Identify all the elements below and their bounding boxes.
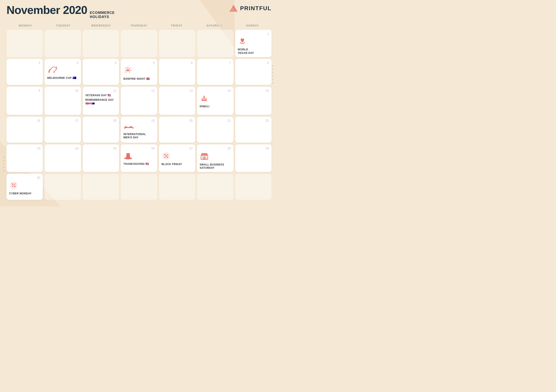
mustache-icon (123, 123, 154, 132)
svg-point-25 (164, 154, 165, 155)
svg-point-38 (14, 186, 16, 187)
logo-text: PRINTFUL (240, 5, 271, 12)
cell-nov9: 9 (7, 87, 43, 115)
cell-nov19: 19 INTERNATIONAL MEN'S DAY (121, 117, 157, 143)
week-row-1: 1 WORLDVEGAN DAY (7, 30, 271, 57)
cell-nov26: 26 (121, 144, 157, 172)
svg-rect-21 (126, 154, 130, 158)
week-row-5: 23 24 25 26 (7, 144, 271, 172)
page-title: November 2020 (7, 4, 87, 16)
day-sunday: SUNDAY (234, 23, 271, 28)
day-monday: MONDAY (7, 23, 44, 28)
day-wednesday: WEDNESDAY (82, 23, 120, 28)
svg-line-31 (206, 153, 206, 155)
cell-nov1: 1 WORLDVEGAN DAY (235, 30, 271, 57)
cell-nov13: 13 (159, 87, 195, 115)
cell-nov2: 2 (7, 59, 43, 85)
page-wrapper: November 2020 ECOMMERCE HOLIDAYS PRINTFU… (0, 0, 278, 206)
day-headers: MONDAY TUESDAY WEDNESDAY THURSDAY FRIDAY… (7, 23, 271, 28)
svg-rect-34 (203, 157, 205, 160)
svg-point-16 (125, 72, 125, 72)
pilgrim-hat-icon (123, 151, 154, 161)
horse-icon (47, 66, 78, 75)
cell-nov28: 28 (197, 144, 233, 172)
logo-icon (229, 4, 238, 12)
svg-point-11 (127, 70, 129, 71)
cell-empty (159, 174, 195, 200)
cell-empty (7, 30, 43, 57)
svg-rect-23 (127, 156, 129, 157)
svg-rect-35 (201, 156, 203, 157)
cell-empty (159, 30, 195, 57)
subtitle: ECOMMERCE HOLIDAYS (90, 11, 115, 19)
fireworks-icon (123, 66, 154, 76)
vegan-icon (238, 37, 269, 47)
cell-nov27: 27 BLACK FRIDAY (159, 144, 195, 172)
cell-nov4: 4 (83, 59, 119, 85)
store-icon (200, 151, 231, 162)
svg-rect-24 (126, 153, 130, 154)
cell-nov5: 5 (121, 59, 157, 85)
cell-nov25: 25 (83, 144, 119, 172)
cell-nov14: 14 (197, 87, 233, 115)
svg-rect-36 (206, 156, 208, 157)
svg-point-3 (56, 67, 57, 68)
calendar-rows: 1 WORLDVEGAN DAY (7, 30, 271, 200)
cell-nov6: 6 (159, 59, 195, 85)
week-row-3: 9 10 11 VETERANS DAY 🇺🇸 REMEMBRANCE DAY … (7, 87, 271, 115)
svg-point-15 (125, 67, 126, 68)
cell-empty (235, 174, 271, 200)
day-saturday: SATURDAY (196, 23, 233, 28)
cell-empty (83, 30, 119, 57)
cell-nov10: 10 (45, 87, 81, 115)
percent-badge-icon (162, 151, 193, 162)
cell-empty (121, 174, 157, 200)
day-thursday: THURSDAY (120, 23, 158, 28)
cell-nov21: 21 (197, 117, 233, 143)
cell-empty (197, 30, 233, 57)
cell-nov30: 30 CYBER MONDAY (7, 174, 43, 200)
svg-point-13 (130, 68, 131, 68)
cell-nov18: 18 (83, 117, 119, 143)
cell-empty (83, 174, 119, 200)
cell-nov29: 29 (235, 144, 271, 172)
cell-nov24: 24 (45, 144, 81, 172)
calendar-grid: MONDAY TUESDAY WEDNESDAY THURSDAY FRIDAY… (7, 23, 271, 200)
header: November 2020 ECOMMERCE HOLIDAYS PRINTFU… (7, 4, 271, 19)
cell-nov7: 7 (197, 59, 233, 85)
day-friday: FRIDAY (158, 23, 196, 28)
cell-empty (197, 174, 233, 200)
week-row-6: 30 CYBER MONDAY (7, 174, 271, 200)
day-tuesday: TUESDAY (44, 23, 82, 28)
cell-nov15: 15 (235, 87, 271, 115)
cell-nov17: 17 (45, 117, 81, 143)
logo: PRINTFUL (229, 4, 271, 12)
cell-nov23: 23 (7, 144, 43, 172)
week-row-4: 16 17 18 19 INTERNATIONAL ME (7, 117, 271, 143)
cell-nov12: 12 (121, 87, 157, 115)
cell-empty (121, 30, 157, 57)
cyber-monday-icon (9, 181, 40, 191)
header-left: November 2020 ECOMMERCE HOLIDAYS (7, 4, 115, 19)
svg-point-37 (12, 183, 13, 184)
week-row-2: 2 3 MELBOURNE CUP 🇦🇺 (7, 59, 271, 85)
cell-nov20: 20 (159, 117, 195, 143)
cell-nov3: 3 MELBOURNE CUP 🇦🇺 (45, 59, 81, 85)
svg-point-12 (127, 66, 128, 67)
svg-point-26 (167, 156, 168, 158)
cell-nov16: 16 (7, 117, 43, 143)
cell-empty (45, 30, 81, 57)
diwali-icon (200, 94, 231, 104)
cell-nov8: 8 (235, 59, 271, 85)
cell-empty (45, 174, 81, 200)
svg-point-14 (131, 70, 132, 71)
cell-nov11: 11 VETERANS DAY 🇺🇸 REMEMBRANCE DAY 🇬🇧🇨🇦🇦… (83, 87, 119, 115)
cell-nov22: 22 (235, 117, 271, 143)
